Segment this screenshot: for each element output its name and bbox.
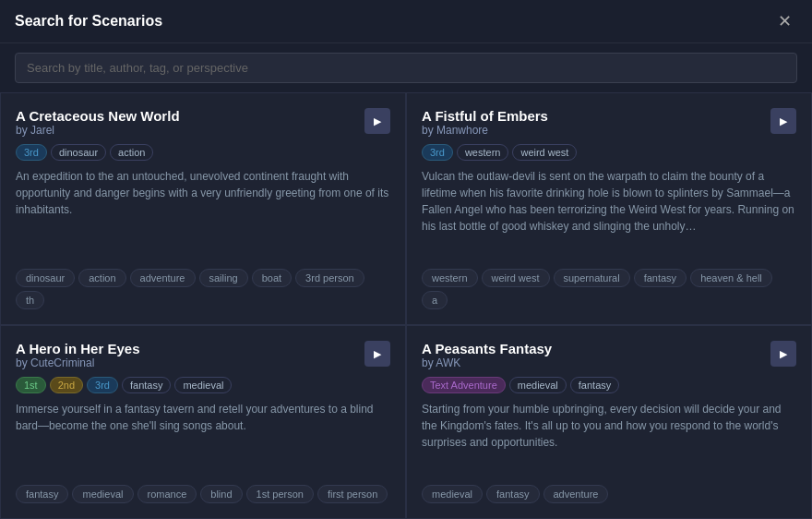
scenario-card: A Peasants Fantasyby AWK▶Text Adventurem… <box>406 325 812 519</box>
tag[interactable]: romance <box>137 485 197 503</box>
scenario-card: A Fistful of Embersby Manwhore▶3rdwester… <box>406 92 812 325</box>
tag[interactable]: a <box>422 291 448 309</box>
tag[interactable]: boat <box>252 269 292 287</box>
modal-header: Search for Scenarios ✕ <box>0 0 812 43</box>
tag[interactable]: medieval <box>422 485 483 503</box>
tag[interactable]: weird west <box>482 269 550 287</box>
modal: Search for Scenarios ✕ A Cretaceous New … <box>0 0 812 519</box>
search-input[interactable] <box>15 53 797 83</box>
pov-badge: 2nd <box>50 377 83 393</box>
tag[interactable]: 3rd person <box>295 269 364 287</box>
card-tags: westernweird westsupernaturalfantasyheav… <box>422 269 796 309</box>
pov-badge: 1st <box>16 377 46 393</box>
pov-badge: Text Adventure <box>422 377 506 393</box>
card-author: by CuteCriminal <box>16 356 364 369</box>
play-button[interactable]: ▶ <box>770 108 796 134</box>
tag[interactable]: blind <box>200 485 242 503</box>
tag[interactable]: western <box>422 269 478 287</box>
tag[interactable]: medieval <box>72 485 133 503</box>
card-description: An expedition to the an untouched, unevo… <box>16 168 390 258</box>
tag[interactable]: 1st person <box>246 485 314 503</box>
tag[interactable]: fantasy <box>16 485 68 503</box>
card-badges: 3rdwesternweird west <box>422 144 796 161</box>
card-header: A Fistful of Embersby Manwhore▶ <box>422 108 796 137</box>
scenario-card: A Cretaceous New Worldby Jarel▶3rddinosa… <box>0 92 406 325</box>
card-badges: 3rddinosauraction <box>16 144 390 161</box>
card-header: A Hero in Her Eyesby CuteCriminal▶ <box>16 341 390 369</box>
card-description: Immerse yourself in a fantasy tavern and… <box>16 401 390 474</box>
tag[interactable]: adventure <box>130 269 196 287</box>
genre-badge: dinosaur <box>51 144 106 161</box>
search-bar-wrap <box>0 43 812 92</box>
tag[interactable]: fantasy <box>634 269 687 287</box>
tag[interactable]: dinosaur <box>16 269 75 287</box>
play-button[interactable]: ▶ <box>364 341 390 367</box>
card-title: A Cretaceous New World <box>16 108 364 124</box>
tag[interactable]: heaven & hell <box>690 269 772 287</box>
genre-badge: medieval <box>174 377 232 393</box>
play-button[interactable]: ▶ <box>364 108 390 134</box>
card-title: A Peasants Fantasy <box>422 341 770 356</box>
genre-badge: fantasy <box>122 377 171 393</box>
card-author: by AWK <box>422 356 770 369</box>
genre-badge: fantasy <box>570 377 619 393</box>
close-button[interactable]: ✕ <box>772 11 797 31</box>
genre-badge: western <box>457 144 509 161</box>
pov-badge: 3rd <box>87 377 118 393</box>
pov-badge: 3rd <box>422 144 453 161</box>
genre-badge: action <box>110 144 153 161</box>
play-button[interactable]: ▶ <box>770 341 796 367</box>
tag[interactable]: first person <box>317 485 388 503</box>
cards-grid: A Cretaceous New Worldby Jarel▶3rddinosa… <box>0 92 812 519</box>
card-badges: 1st2nd3rdfantasymedieval <box>16 377 390 393</box>
card-tags: dinosauractionadventuresailingboat3rd pe… <box>16 269 390 309</box>
tag[interactable]: th <box>16 291 44 309</box>
card-title: A Fistful of Embers <box>422 108 770 124</box>
card-tags: fantasymedievalromanceblind1st personfir… <box>16 485 390 503</box>
tag[interactable]: sailing <box>199 269 248 287</box>
tag[interactable]: action <box>78 269 125 287</box>
card-title: A Hero in Her Eyes <box>16 341 364 356</box>
card-header: A Peasants Fantasyby AWK▶ <box>422 341 796 369</box>
card-badges: Text Adventuremedievalfantasy <box>422 377 796 393</box>
card-description: Vulcan the outlaw-devil is sent on the w… <box>422 168 796 258</box>
genre-badge: medieval <box>509 377 567 393</box>
tag[interactable]: adventure <box>543 485 609 503</box>
genre-badge: weird west <box>512 144 577 161</box>
card-header: A Cretaceous New Worldby Jarel▶ <box>16 108 390 137</box>
scenario-card: A Hero in Her Eyesby CuteCriminal▶1st2nd… <box>0 325 406 519</box>
card-author: by Manwhore <box>422 124 770 137</box>
pov-badge: 3rd <box>16 144 47 161</box>
tag[interactable]: fantasy <box>486 485 539 503</box>
card-tags: medievalfantasyadventure <box>422 485 796 503</box>
card-author: by Jarel <box>16 124 364 137</box>
modal-title: Search for Scenarios <box>15 13 162 30</box>
tag[interactable]: supernatural <box>554 269 630 287</box>
card-description: Starting from your humble upbringing, ev… <box>422 401 796 474</box>
